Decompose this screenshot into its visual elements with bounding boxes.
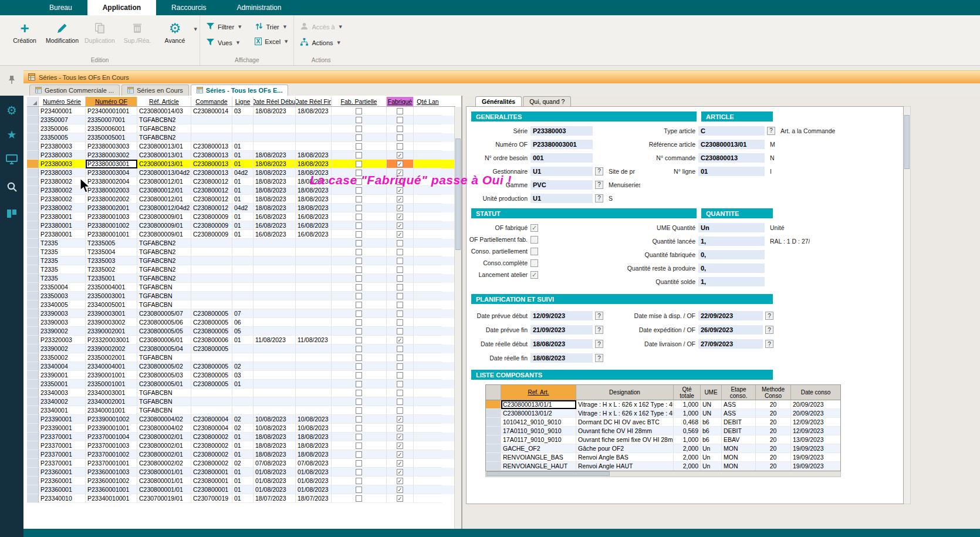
row-selector[interactable] [27, 389, 39, 397]
column-header[interactable]: Methode Conso [756, 385, 791, 400]
detail-tab[interactable]: Qui, quand ? [523, 96, 571, 106]
field-value[interactable]: U1 [530, 194, 593, 203]
row-selector[interactable] [27, 424, 39, 433]
column-header[interactable]: Date Réel Fin [296, 97, 332, 106]
table-row[interactable]: 2339000123390001001C230800005/03C2308000… [27, 371, 455, 380]
table-row[interactable]: P23360001P23360001002C230800001/01C23080… [27, 477, 455, 485]
fabrique-checkbox[interactable]: ✓ [397, 425, 403, 431]
menu-item-bureau[interactable]: Bureau [34, 0, 87, 15]
row-selector[interactable] [486, 418, 501, 427]
fab-partielle-checkbox[interactable] [356, 284, 362, 291]
row-selector[interactable] [27, 248, 39, 256]
fab-partielle-checkbox[interactable] [356, 134, 362, 141]
row-selector[interactable] [486, 409, 501, 418]
fab-partielle-checkbox[interactable] [356, 302, 362, 308]
modification-button[interactable]: Modification [43, 16, 81, 44]
column-header[interactable]: Date conso [791, 385, 840, 400]
component-row[interactable]: C230800013/01/1Vitrage : H x L : 626 x 1… [486, 400, 840, 409]
field-value[interactable]: 12/09/2023 [530, 311, 593, 320]
chevron-down-icon[interactable]: ▼ [236, 40, 239, 45]
column-header[interactable]: Designation [576, 385, 674, 400]
fab-partielle-checkbox[interactable] [356, 319, 362, 326]
fab-partielle-checkbox[interactable] [356, 434, 362, 440]
row-selector[interactable] [27, 415, 39, 424]
fabrique-checkbox[interactable] [397, 258, 403, 264]
row-selector[interactable] [27, 274, 39, 283]
fabrique-checkbox[interactable]: ✓ [397, 443, 403, 449]
table-row[interactable]: P23380001P23380001001C230800009/01C23080… [27, 230, 455, 239]
fabrique-checkbox[interactable] [397, 134, 403, 141]
fab-partielle-checkbox[interactable] [356, 451, 362, 458]
fab-partielle-checkbox[interactable] [356, 398, 362, 405]
fab-partielle-checkbox[interactable] [356, 143, 362, 150]
fabrique-checkbox[interactable] [397, 346, 403, 352]
table-row[interactable]: 2339000323390003002C230800005/06C2308000… [27, 318, 455, 327]
fabrique-checkbox[interactable] [397, 117, 403, 123]
component-row[interactable]: 17A0117_9010_9010Ouvrant fiche semi fixe… [486, 435, 840, 444]
table-row[interactable]: T2335T2335003TGFABCBN2 [27, 256, 455, 265]
excel-button[interactable]: X Excel ▼ [255, 38, 288, 45]
row-selector[interactable] [27, 204, 39, 212]
row-selector[interactable] [27, 292, 39, 300]
fab-partielle-checkbox[interactable] [356, 460, 362, 467]
column-header[interactable]: Commande [191, 97, 232, 106]
fabrique-checkbox[interactable] [397, 284, 403, 291]
fabrique-checkbox[interactable]: ✓ [397, 161, 403, 167]
field-value[interactable]: Un [698, 223, 765, 232]
vues-button[interactable]: Vues ▼ [206, 38, 242, 48]
column-header[interactable]: Etape conso. [722, 385, 756, 400]
fab-partielle-checkbox[interactable] [356, 231, 362, 238]
row-selector[interactable] [27, 318, 39, 327]
fab-partielle-checkbox[interactable] [356, 196, 362, 202]
table-row[interactable]: P23390001P23390001002C230800004/02C23080… [27, 415, 455, 424]
fab-partielle-checkbox[interactable] [356, 407, 362, 414]
row-selector[interactable] [27, 283, 39, 292]
fabrique-checkbox[interactable] [397, 293, 403, 299]
fabrique-checkbox[interactable] [397, 249, 403, 255]
row-selector[interactable] [27, 186, 39, 195]
row-selector[interactable] [27, 212, 39, 221]
fab-partielle-checkbox[interactable] [356, 346, 362, 352]
table-row[interactable]: 2335000423350004001TGFABCBN [27, 283, 455, 292]
field-value[interactable]: U1 [530, 167, 593, 176]
column-header[interactable]: Qté Lan [414, 97, 442, 106]
field-value[interactable]: 27/09/2023 [698, 339, 763, 349]
row-selector[interactable] [486, 462, 501, 471]
fabrique-checkbox[interactable] [397, 372, 403, 379]
composants-horizontal-scrollbar[interactable] [485, 471, 841, 477]
row-selector[interactable] [27, 380, 39, 389]
row-selector[interactable] [27, 256, 39, 265]
actions-button[interactable]: Actions ▼ [300, 38, 342, 48]
row-selector[interactable] [27, 124, 39, 133]
fab-partielle-checkbox[interactable] [356, 108, 362, 114]
table-row[interactable]: 2334000523340005001TGFABCBN [27, 300, 455, 309]
table-row[interactable]: 2339000223390002001C230800005/05C2308000… [27, 327, 455, 336]
row-selector[interactable] [27, 230, 39, 239]
table-row[interactable]: 2335000123350001001C230800005/01C2308000… [27, 380, 455, 389]
row-selector[interactable] [27, 406, 39, 415]
fabrique-checkbox[interactable] [397, 143, 403, 150]
table-row[interactable]: 2339000223390002002C230800005/04C2308000… [27, 345, 455, 353]
help-button[interactable]: ? [595, 167, 603, 175]
field-value[interactable]: 0, [698, 264, 765, 273]
fabrique-checkbox[interactable] [397, 319, 403, 326]
table-row[interactable]: P23380002P23380002001C230800012/04d2C230… [27, 204, 455, 212]
gear-icon[interactable]: ⚙ [6, 105, 17, 116]
column-header[interactable]: Date Réel Début [254, 97, 296, 106]
menu-item-administration[interactable]: Administration [221, 0, 296, 15]
component-row[interactable]: GACHE_OF2Gâche pour OF22,000UnMON2019/09… [486, 444, 840, 453]
fabrique-checkbox[interactable] [397, 407, 403, 414]
fab-partielle-checkbox[interactable] [356, 126, 362, 132]
row-selector[interactable] [27, 300, 39, 309]
fabrique-checkbox[interactable]: ✓ [397, 196, 403, 202]
columns-icon[interactable] [6, 209, 17, 221]
fabrique-checkbox[interactable] [397, 240, 403, 246]
table-row[interactable]: P23370001P23370001003C230800002/01C23080… [27, 441, 455, 450]
creation-button[interactable]: + Création [6, 16, 43, 44]
fab-partielle-checkbox[interactable] [356, 390, 362, 396]
grid-vertical-scrollbar[interactable] [454, 107, 461, 529]
chevron-down-icon[interactable]: ▼ [194, 27, 197, 32]
table-row[interactable]: 2335000223350002001TGFABCBN [27, 353, 455, 362]
fabrique-checkbox[interactable]: ✓ [397, 478, 403, 484]
help-button[interactable]: ? [767, 127, 775, 135]
